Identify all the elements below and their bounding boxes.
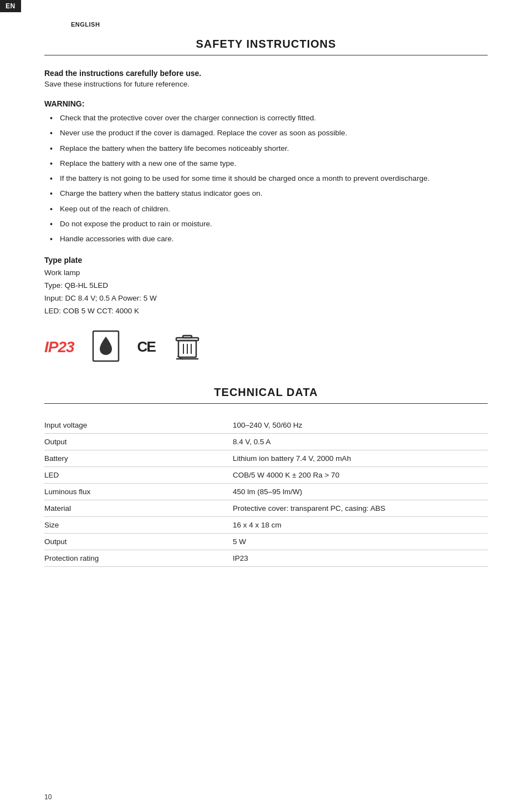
table-row: BatteryLithium ion battery 7.4 V, 2000 m… [44, 450, 488, 467]
tech-value: 450 lm (85–95 lm/W) [231, 484, 488, 500]
list-item: Do not expose the product to rain or moi… [50, 219, 488, 230]
table-row: LEDCOB/5 W 4000 K ± 200 Ra > 70 [44, 467, 488, 484]
table-row: Input voltage100–240 V, 50/60 Hz [44, 417, 488, 434]
svg-rect-3 [183, 336, 192, 338]
symbols-row: IP23 CE [44, 330, 488, 364]
tech-label: Output [44, 434, 231, 450]
tech-label: Protection rating [44, 550, 231, 567]
list-item: Check that the protective cover over the… [50, 113, 488, 124]
list-item: Handle accessories with due care. [50, 234, 488, 245]
table-row: Output5 W [44, 534, 488, 550]
tech-label: Output [44, 534, 231, 550]
technical-data-table: Input voltage100–240 V, 50/60 HzOutput8.… [44, 417, 488, 567]
tech-value: 8.4 V, 0.5 A [231, 434, 488, 450]
list-item: Replace the battery with a new one of th… [50, 158, 488, 169]
tech-label: Battery [44, 450, 231, 467]
ip23-symbol: IP23 [44, 338, 74, 356]
table-row: Luminous flux450 lm (85–95 lm/W) [44, 484, 488, 500]
tech-title-divider [44, 403, 488, 404]
safety-title: SAFETY INSTRUCTIONS [44, 38, 488, 50]
tech-label: Material [44, 500, 231, 517]
read-instructions-heading: Read the instructions carefully before u… [44, 69, 488, 78]
tech-label: Input voltage [44, 417, 231, 434]
weee-icon [173, 332, 202, 362]
save-instructions-text: Save these instructions for future refer… [44, 80, 488, 88]
list-item: Keep out of the reach of children. [50, 204, 488, 215]
tech-value: Lithium ion battery 7.4 V, 2000 mAh [231, 450, 488, 467]
type-plate-line-0: Work lamp [44, 267, 488, 280]
tech-value: COB/5 W 4000 K ± 200 Ra > 70 [231, 467, 488, 484]
table-row: MaterialProtective cover: transparent PC… [44, 500, 488, 517]
title-divider [44, 55, 488, 55]
technical-data-title: TECHNICAL DATA [44, 386, 488, 399]
page-number: 10 [44, 793, 52, 801]
type-plate-info: Work lamp Type: QB-HL 5LED Input: DC 8.4… [44, 267, 488, 318]
tech-value: 100–240 V, 50/60 Hz [231, 417, 488, 434]
list-item: Never use the product if the cover is da… [50, 128, 488, 139]
list-item: Replace the battery when the battery lif… [50, 143, 488, 154]
technical-data-section: TECHNICAL DATA Input voltage100–240 V, 5… [44, 386, 488, 567]
tech-label: Luminous flux [44, 484, 231, 500]
lang-label: ENGLISH [71, 17, 488, 28]
table-row: Output8.4 V, 0.5 A [44, 434, 488, 450]
tech-label: LED [44, 467, 231, 484]
droplet-icon [92, 330, 120, 364]
type-plate-line-1: Type: QB-HL 5LED [44, 280, 488, 292]
list-item: If the battery is not going to be used f… [50, 173, 488, 184]
ce-symbol: CE [137, 338, 155, 356]
warning-bullet-list: Check that the protective cover over the… [44, 113, 488, 245]
tech-label: Size [44, 517, 231, 534]
tech-value: IP23 [231, 550, 488, 567]
table-row: Protection ratingIP23 [44, 550, 488, 567]
type-plate-title: Type plate [44, 256, 488, 265]
page: EN ENGLISH SAFETY INSTRUCTIONS Read the … [0, 0, 532, 812]
warning-label: WARNING: [44, 99, 488, 108]
tech-value: Protective cover: transparent PC, casing… [231, 500, 488, 517]
tech-value: 16 x 4 x 18 cm [231, 517, 488, 534]
tech-value: 5 W [231, 534, 488, 550]
type-plate-line-2: Input: DC 8.4 V; 0.5 A Power: 5 W [44, 292, 488, 305]
table-row: Size16 x 4 x 18 cm [44, 517, 488, 534]
list-item: Charge the battery when the battery stat… [50, 188, 488, 199]
type-plate-line-3: LED: COB 5 W CCT: 4000 K [44, 305, 488, 318]
lang-code-tag: EN [0, 0, 21, 12]
